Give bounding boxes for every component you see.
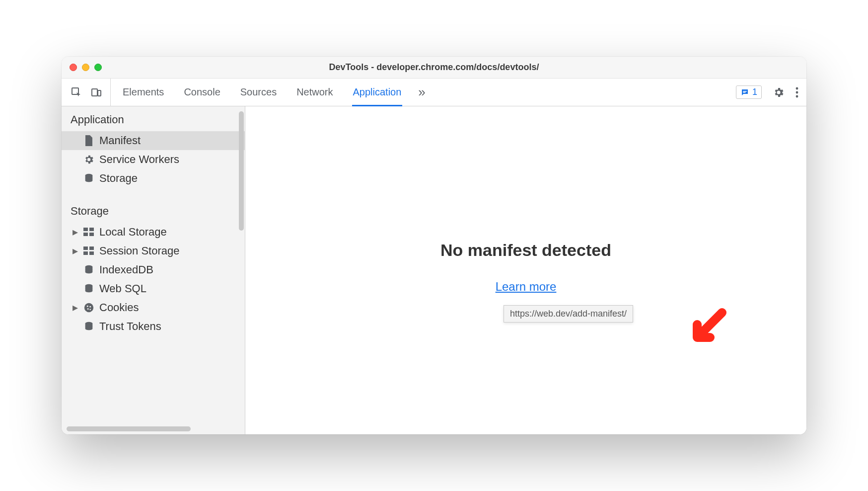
traffic-lights: [70, 64, 102, 71]
issues-badge[interactable]: 1: [736, 85, 762, 99]
sidebar-item-label: Storage: [99, 172, 138, 185]
chevron-right-icon: ▸: [72, 226, 78, 239]
tab-application[interactable]: Application: [353, 79, 402, 106]
sidebar-item-storage-overview[interactable]: Storage: [62, 169, 245, 188]
sidebar-item-trust-tokens[interactable]: Trust Tokens: [62, 317, 245, 336]
titlebar: DevTools - developer.chrome.com/docs/dev…: [62, 57, 806, 79]
application-main: No manifest detected Learn more https://…: [245, 106, 806, 434]
inspect-element-icon[interactable]: [70, 85, 83, 99]
tabs-overflow-button[interactable]: »: [418, 84, 425, 100]
sidebar-item-local-storage[interactable]: ▸ Local Storage: [62, 223, 245, 242]
window-minimize-button[interactable]: [82, 64, 89, 71]
database-icon: [83, 283, 94, 294]
panel-body: Application Manifest Service Workers Sto…: [62, 106, 806, 434]
svg-rect-2: [98, 90, 101, 96]
learn-more-link[interactable]: Learn more: [496, 280, 557, 294]
chat-icon: [740, 88, 749, 97]
svg-point-6: [796, 91, 798, 93]
cookie-icon: [83, 302, 94, 313]
sidebar-item-manifest[interactable]: Manifest: [62, 131, 245, 150]
toolbar-right: 1: [736, 85, 798, 99]
sidebar-item-indexeddb[interactable]: IndexedDB: [62, 260, 245, 279]
issues-count: 1: [752, 87, 757, 97]
file-icon: [83, 135, 94, 146]
sidebar-item-session-storage[interactable]: ▸ Session Storage: [62, 242, 245, 260]
sidebar-item-web-sql[interactable]: Web SQL: [62, 279, 245, 298]
svg-point-23: [89, 309, 91, 310]
sidebar-item-label: Manifest: [99, 134, 141, 147]
empty-state: No manifest detected Learn more: [245, 241, 806, 294]
sidebar-item-label: Web SQL: [99, 282, 146, 295]
chevron-right-icon: ▸: [72, 301, 78, 314]
sidebar-item-cookies[interactable]: ▸ Cookies: [62, 298, 245, 317]
svg-point-7: [796, 95, 798, 97]
main-toolbar: Elements Console Sources Network Applica…: [62, 79, 806, 106]
tab-console[interactable]: Console: [184, 79, 220, 106]
chevron-right-icon: ▸: [72, 245, 78, 257]
sidebar-item-label: Trust Tokens: [99, 320, 161, 333]
database-icon: [83, 321, 94, 332]
toolbar-left: [70, 79, 111, 106]
svg-rect-14: [89, 246, 94, 250]
window-title: DevTools - developer.chrome.com/docs/dev…: [62, 62, 806, 73]
panel-tabs: Elements Console Sources Network Applica…: [123, 79, 401, 106]
more-menu-icon[interactable]: [796, 87, 798, 98]
svg-rect-9: [83, 228, 88, 231]
device-toggle-icon[interactable]: [89, 85, 103, 99]
svg-rect-12: [89, 233, 94, 236]
gear-icon: [83, 154, 94, 165]
settings-icon[interactable]: [772, 85, 786, 99]
sidebar-item-label: Session Storage: [99, 245, 179, 257]
svg-rect-16: [89, 251, 94, 255]
devtools-window: DevTools - developer.chrome.com/docs/dev…: [62, 57, 806, 434]
sidebar-item-label: Service Workers: [99, 153, 179, 166]
sidebar-section-storage: Storage: [62, 198, 245, 223]
svg-point-20: [87, 306, 88, 307]
svg-point-5: [796, 87, 798, 89]
grid-icon: [83, 227, 94, 238]
database-icon: [83, 264, 94, 275]
empty-state-title: No manifest detected: [245, 241, 806, 260]
sidebar-section-application: Application: [62, 106, 245, 131]
svg-rect-3: [743, 91, 747, 92]
tab-network[interactable]: Network: [296, 79, 333, 106]
svg-rect-10: [89, 228, 94, 231]
svg-rect-11: [83, 233, 88, 236]
sidebar-scrollbar-vertical[interactable]: [239, 111, 244, 231]
database-icon: [83, 173, 94, 184]
window-maximize-button[interactable]: [94, 64, 102, 71]
svg-rect-15: [83, 251, 88, 255]
application-sidebar: Application Manifest Service Workers Sto…: [62, 106, 245, 434]
grid-icon: [83, 246, 94, 256]
svg-point-19: [84, 303, 93, 312]
svg-rect-4: [743, 92, 745, 93]
sidebar-scrollbar-horizontal[interactable]: [67, 426, 191, 431]
sidebar-item-service-workers[interactable]: Service Workers: [62, 150, 245, 169]
window-close-button[interactable]: [70, 64, 77, 71]
svg-rect-1: [92, 89, 97, 96]
svg-rect-13: [83, 246, 88, 250]
svg-point-22: [87, 308, 89, 310]
sidebar-item-label: IndexedDB: [99, 263, 153, 276]
url-tooltip: https://web.dev/add-manifest/: [504, 305, 633, 323]
svg-point-21: [89, 306, 91, 308]
sidebar-item-label: Local Storage: [99, 226, 167, 239]
tab-sources[interactable]: Sources: [240, 79, 277, 106]
tab-elements[interactable]: Elements: [123, 79, 164, 106]
sidebar-item-label: Cookies: [99, 301, 139, 314]
